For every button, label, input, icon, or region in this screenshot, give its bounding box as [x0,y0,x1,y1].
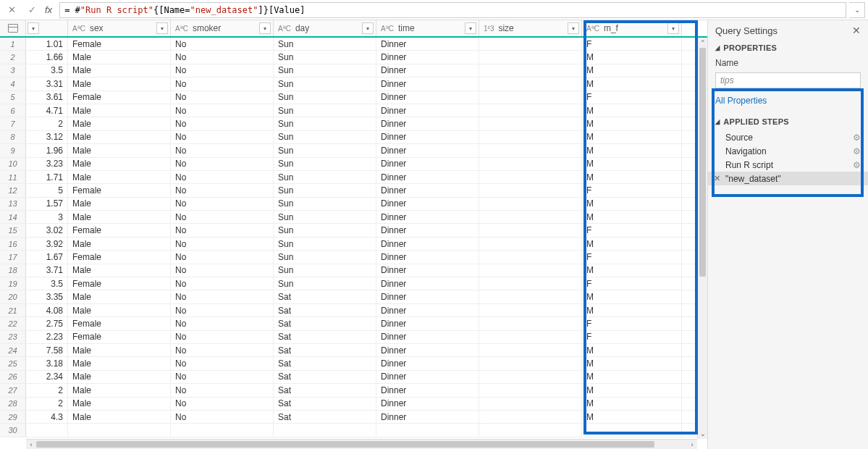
cell-size[interactable] [479,317,582,330]
cell-sex[interactable]: Male [68,304,171,316]
table-row[interactable]: 262.34MaleNoSatDinnerM [0,371,697,384]
table-row[interactable]: 253.18MaleNoSatDinnerM [0,357,697,370]
cell-day[interactable]: Sat [274,317,376,330]
cell-smoker[interactable]: No [171,144,274,156]
cell-day[interactable]: Sun [274,211,376,223]
gear-icon[interactable]: ⚙ [853,160,861,170]
cell-smoker[interactable]: No [171,371,274,383]
cell-day[interactable]: Sun [274,64,376,77]
cell-mf[interactable]: F [582,91,682,104]
table-row[interactable]: 232.23FemaleNoSatDinnerF [0,331,697,344]
cell-tip[interactable]: 1.01 [26,38,68,50]
cell-time[interactable]: Dinner [376,64,479,77]
cell-day[interactable]: Sat [274,304,376,316]
cell-smoker[interactable]: No [171,171,274,183]
vertical-scrollbar[interactable]: ⌃ ⌄ [697,38,707,439]
cell-time[interactable]: Dinner [376,51,479,63]
cell-day[interactable]: Sun [274,91,376,104]
table-row[interactable]: 272MaleNoSatDinnerM [0,384,697,397]
table-row[interactable]: 282MaleNoSatDinnerM [0,398,697,411]
cell-tip[interactable]: 5 [26,184,68,196]
cell-smoker[interactable]: No [171,158,274,170]
cell-mf[interactable]: F [582,184,682,196]
cell-tip[interactable]: 3.5 [26,277,68,290]
cell-mf[interactable]: F [582,251,682,263]
cell-smoker[interactable]: No [171,251,274,263]
cell-smoker[interactable]: No [171,198,274,210]
cell-size[interactable] [479,304,582,316]
cell-time[interactable]: Dinner [376,184,479,196]
cell-time[interactable]: Dinner [376,371,479,383]
cell-time[interactable]: Dinner [376,398,479,410]
cell-sex[interactable]: Male [68,357,171,369]
cell-mf[interactable]: F [582,331,682,343]
cell-tip[interactable]: 2.34 [26,371,68,383]
cell-mf[interactable]: M [582,371,682,383]
table-row[interactable]: 72MaleNoSunDinnerM [0,117,697,130]
cell-mf[interactable]: M [582,411,682,423]
cell-size[interactable] [479,51,582,63]
table-row[interactable]: 222.75FemaleNoSatDinnerF [0,317,697,330]
cell-smoker[interactable]: No [171,357,274,369]
cell-tip[interactable]: 2 [26,117,68,130]
cell-sex[interactable]: Female [68,277,171,290]
cell-day[interactable]: Sun [274,277,376,290]
cell-sex[interactable]: Male [68,398,171,410]
cell-mf[interactable]: M [582,384,682,396]
table-row[interactable]: 193.5FemaleNoSunDinnerF [0,277,697,290]
applied-steps-section-header[interactable]: ◢ APPLIED STEPS [715,117,861,126]
cell-tip[interactable]: 2 [26,384,68,396]
cell-size[interactable] [479,158,582,170]
cell-sex[interactable]: Female [68,331,171,343]
query-name-input[interactable]: tips [715,72,861,88]
cell-size[interactable] [479,277,582,290]
cell-mf[interactable]: M [582,171,682,183]
close-panel-button[interactable]: ✕ [852,25,861,36]
cell-size[interactable] [479,91,582,104]
cell-sex[interactable]: Male [68,51,171,63]
cell-time[interactable]: Dinner [376,171,479,183]
cell-size[interactable] [479,131,582,143]
table-row[interactable]: 214.08MaleNoSatDinnerM [0,304,697,317]
cell-size[interactable] [479,251,582,263]
cell-size[interactable] [479,398,582,410]
cell-sex[interactable]: Male [68,104,171,117]
cell-size[interactable] [479,77,582,90]
cell-mf[interactable]: M [582,64,682,77]
cell-size[interactable] [479,117,582,130]
cell-day[interactable]: Sun [274,51,376,63]
filter-dropdown-icon[interactable]: ▾ [259,22,271,34]
table-row[interactable]: 103.23MaleNoSunDinnerM [0,158,697,171]
table-row[interactable]: 171.67FemaleNoSunDinnerF [0,251,697,264]
cell-tip[interactable]: 7.58 [26,344,68,356]
cell-size[interactable] [479,264,582,277]
cell-sex[interactable]: Female [68,224,171,236]
cell-size[interactable] [479,290,582,303]
column-header-mf[interactable]: AᴮC m_f ▾ [582,20,682,36]
cell-time[interactable]: Dinner [376,357,479,369]
cell-size[interactable] [479,224,582,236]
table-row[interactable]: 11.01FemaleNoSunDinnerF [0,38,697,51]
cell-size[interactable] [479,171,582,183]
cell-day[interactable]: Sat [274,290,376,303]
cell-mf[interactable]: M [582,211,682,223]
cell-smoker[interactable]: No [171,117,274,130]
scroll-down-icon[interactable]: ⌄ [698,429,707,439]
cell-smoker[interactable]: No [171,344,274,356]
table-row[interactable]: 131.57MaleNoSunDinnerM [0,198,697,211]
cell-sex[interactable]: Male [68,198,171,210]
cell-size[interactable] [479,104,582,117]
cell-tip[interactable]: 3.35 [26,290,68,303]
cell-sex[interactable]: Male [68,77,171,90]
cell-sex[interactable]: Male [68,290,171,303]
table-row[interactable]: 64.71MaleNoSunDinnerM [0,104,697,117]
table-row[interactable]: 21.66MaleNoSunDinnerM [0,51,697,64]
cell-tip[interactable]: 3.18 [26,357,68,369]
gear-icon[interactable]: ⚙ [853,146,861,156]
table-row[interactable]: 30 [0,424,697,437]
formula-expand-button[interactable]: ⌄ [849,2,865,18]
cell-tip[interactable]: 2.23 [26,331,68,343]
cell-day[interactable]: Sat [274,371,376,383]
cell-time[interactable]: Dinner [376,344,479,356]
step-source[interactable]: Source ⚙ [708,130,868,144]
